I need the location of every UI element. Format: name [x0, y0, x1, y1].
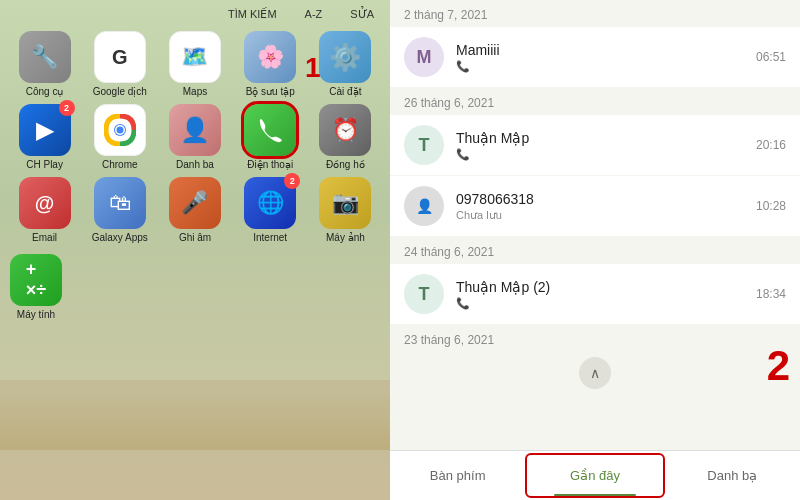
app-chrome[interactable]: Chrome [85, 104, 154, 171]
tab-ganday[interactable]: Gần đây [527, 455, 662, 496]
tab-banphim-label: Bàn phím [430, 468, 486, 483]
phone-home-screen: TÌM KIẾM A-Z SỬA 1 🔧 Công cụ G Google dị… [0, 0, 390, 500]
call-info-unknown: 0978066318 Chưa lưu [456, 191, 744, 222]
call-info-thuan: Thuận Mập 📞 [456, 130, 744, 161]
app-caidat[interactable]: ⚙️ Cài đặt [311, 31, 380, 98]
app-bst[interactable]: 🌸 Bộ sưu tập [236, 31, 305, 98]
app-clock[interactable]: ⏰ Đồng hồ [311, 104, 380, 171]
call-time: 20:16 [756, 138, 786, 152]
call-log-list: 2 tháng 7, 2021 M Mamiiii 📞 06:51 26 thá… [390, 0, 800, 450]
avatar-thuan2: T [404, 274, 444, 314]
az-action[interactable]: A-Z [305, 8, 323, 21]
chplay-badge: 2 [59, 100, 75, 116]
app-internet[interactable]: 🌐 2 Internet [236, 177, 305, 244]
call-item-unknown[interactable]: 👤 0978066318 Chưa lưu 10:28 [390, 176, 800, 236]
tab-danhba[interactable]: Danh bạ [665, 451, 800, 500]
date-header-3: 24 tháng 6, 2021 [390, 237, 800, 263]
edit-action[interactable]: SỬA [350, 8, 374, 21]
call-item-thuan-map-2[interactable]: T Thuận Mập (2) 📞 18:34 [390, 264, 800, 324]
phone-recents-screen: 2 tháng 7, 2021 M Mamiiii 📞 06:51 26 thá… [390, 0, 800, 500]
avatar-unknown: 👤 [404, 186, 444, 226]
app-chplay[interactable]: ▶ 2 CH Play [10, 104, 79, 171]
call-time: 18:34 [756, 287, 786, 301]
app-contacts[interactable]: 👤 Danh ba [160, 104, 229, 171]
app-dienthoai[interactable]: Điện thoại [236, 104, 305, 171]
call-time: 06:51 [756, 50, 786, 64]
call-icon: 📞 [456, 297, 470, 310]
call-subtext: 📞 [456, 148, 744, 161]
tab-active-indicator [554, 494, 635, 496]
annotation-number-1: 1 [305, 52, 321, 84]
call-name: Mamiiii [456, 42, 744, 58]
svg-point-3 [116, 127, 123, 134]
app-cong-cu[interactable]: 🔧 Công cụ [10, 31, 79, 98]
avatar-thuan: T [404, 125, 444, 165]
app-grid: 🔧 Công cụ G Google dịch 🗺️ Maps 🌸 Bộ sưu… [0, 25, 390, 250]
tab-banphim[interactable]: Bàn phím [390, 451, 525, 500]
search-action[interactable]: TÌM KIẾM [228, 8, 277, 21]
call-info-mamiiii: Mamiiii 📞 [456, 42, 744, 73]
call-subtext-unsaved: Chưa lưu [456, 209, 744, 222]
call-info-thuan2: Thuận Mập (2) 📞 [456, 279, 744, 310]
call-icon: 📞 [456, 60, 470, 73]
date-header-2: 26 tháng 6, 2021 [390, 88, 800, 114]
app-galaxy[interactable]: 🛍 Galaxy Apps [85, 177, 154, 244]
scroll-up-area: ∧ [390, 351, 800, 395]
call-subtext: 📞 [456, 60, 744, 73]
annotation-number-2: 2 [767, 342, 790, 390]
call-time: 10:28 [756, 199, 786, 213]
call-item-thuan-map-1[interactable]: T Thuận Mập 📞 20:16 [390, 115, 800, 175]
bottom-decoration [0, 390, 390, 450]
call-name: Thuận Mập (2) [456, 279, 744, 295]
tab-danhba-label: Danh bạ [707, 468, 757, 483]
date-header-1: 2 tháng 7, 2021 [390, 0, 800, 26]
internet-badge: 2 [284, 173, 300, 189]
call-subtext: 📞 [456, 297, 744, 310]
app-google[interactable]: G Google dịch [85, 31, 154, 98]
scroll-up-button[interactable]: ∧ [579, 357, 611, 389]
avatar-mamiiii: M [404, 37, 444, 77]
call-icon: 📞 [456, 148, 470, 161]
bottom-tab-bar: Bàn phím Gần đây Danh bạ [390, 450, 800, 500]
unsaved-label: Chưa lưu [456, 209, 502, 222]
home-actions: TÌM KIẾM A-Z SỬA [228, 8, 374, 21]
date-header-4: 23 tháng 6, 2021 [390, 325, 800, 351]
call-name: 0978066318 [456, 191, 744, 207]
call-name: Thuận Mập [456, 130, 744, 146]
app-mayanh[interactable]: 📷 Máy ảnh [311, 177, 380, 244]
tab-ganday-label: Gần đây [570, 468, 620, 483]
home-top-bar: TÌM KIẾM A-Z SỬA [0, 0, 390, 25]
app-maytinh[interactable]: +×÷ Máy tính [10, 254, 62, 321]
app-ghiam[interactable]: 🎤 Ghi âm [160, 177, 229, 244]
call-item-mamiiii[interactable]: M Mamiiii 📞 06:51 [390, 27, 800, 87]
app-email[interactable]: @ Email [10, 177, 79, 244]
app-maps[interactable]: 🗺️ Maps [160, 31, 229, 98]
